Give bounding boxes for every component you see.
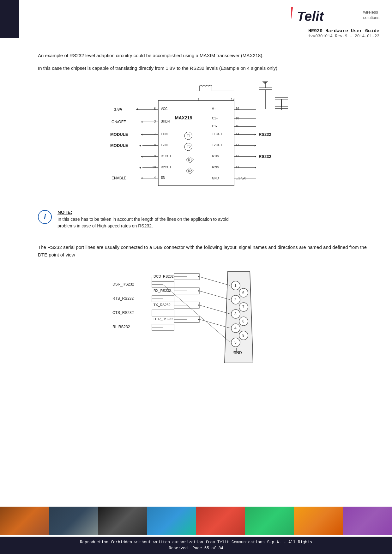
svg-rect-0 [291, 7, 293, 23]
footer-image-8 [343, 507, 392, 535]
svg-text:14: 14 [236, 132, 239, 136]
logo-area: Telit wireless solutions HE920 Hardware … [291, 6, 379, 39]
svg-text:1.8V: 1.8V [114, 107, 123, 111]
svg-text:T2: T2 [187, 145, 191, 149]
svg-marker-66 [141, 121, 142, 123]
svg-marker-59 [255, 167, 256, 169]
svg-text:DCD_RS232: DCD_RS232 [154, 274, 174, 278]
svg-text:1: 1 [234, 283, 237, 288]
header-left-bar [0, 0, 19, 38]
svg-text:V+: V+ [212, 107, 216, 111]
svg-text:7: 7 [154, 132, 156, 136]
svg-text:ON/OFF: ON/OFF [112, 120, 126, 124]
svg-text:RTS_RS232: RTS_RS232 [112, 296, 134, 301]
svg-text:R1: R1 [188, 158, 192, 162]
logo-tagline: wireless solutions [363, 10, 379, 21]
svg-text:C1-: C1- [212, 124, 217, 128]
svg-text:MODULE: MODULE [110, 143, 128, 148]
svg-text:DSR_RS232: DSR_RS232 [112, 282, 134, 286]
note-box: i NOTE: In this case has to be taken in … [38, 205, 367, 234]
logo-svg: Telit [291, 6, 361, 25]
footer-image-4 [147, 507, 196, 535]
svg-marker-60 [136, 108, 138, 110]
footer-text: Reproduction forbidden without written a… [80, 539, 312, 551]
svg-marker-64 [139, 167, 141, 169]
paragraph-2: In this case the chipset is capable of t… [38, 64, 367, 72]
footer-text-line1: Reproduction forbidden without written a… [80, 539, 312, 545]
svg-marker-56 [255, 134, 256, 135]
svg-text:3: 3 [154, 120, 156, 123]
note-icon: i [38, 210, 52, 224]
svg-text:R1IN: R1IN [212, 154, 219, 158]
svg-marker-58 [255, 156, 256, 158]
svg-text:T1IN: T1IN [161, 132, 168, 136]
svg-text:Telit: Telit [297, 9, 324, 24]
note-text-line1: In this case has to be taken in account … [57, 216, 229, 223]
svg-text:MAX218: MAX218 [175, 115, 192, 120]
svg-text:7: 7 [242, 305, 244, 309]
svg-text:RI_RS232: RI_RS232 [112, 325, 130, 329]
svg-text:13: 13 [236, 143, 239, 147]
svg-text:T2OUT: T2OUT [212, 143, 222, 147]
svg-text:RS232: RS232 [259, 154, 271, 159]
paragraph-1: An example of RS232 level adaption circu… [38, 52, 367, 59]
svg-text:TX_RS232: TX_RS232 [154, 303, 171, 307]
svg-text:T1OUT: T1OUT [212, 132, 222, 136]
telit-logo: Telit wireless solutions [291, 6, 379, 25]
svg-text:16: 16 [236, 124, 239, 128]
footer-image-5 [196, 507, 245, 535]
info-icon: i [44, 213, 46, 221]
footer-image-2 [49, 507, 98, 535]
svg-text:4: 4 [154, 176, 156, 179]
svg-text:10: 10 [152, 166, 156, 169]
footer-image-1 [0, 507, 49, 535]
svg-marker-57 [255, 145, 256, 147]
svg-text:RS232: RS232 [259, 132, 271, 137]
svg-rect-2 [158, 100, 234, 186]
svg-marker-62 [139, 145, 141, 147]
svg-text:R2OUT: R2OUT [161, 166, 172, 169]
footer-text-bar: Reproduction forbidden without written a… [0, 537, 392, 554]
circuit-svg: MAX218 VCC SHDN T1IN T2IN R1OUT R2OUT EN… [105, 81, 300, 195]
svg-text:GND: GND [212, 177, 219, 180]
footer-images [0, 507, 392, 535]
svg-text:6: 6 [242, 291, 244, 295]
svg-text:4: 4 [234, 326, 237, 330]
svg-text:11: 11 [236, 166, 239, 169]
doc-subtitle: 1vv0301014 Rev.9 - 2014-01-23 [308, 34, 379, 39]
svg-text:9: 9 [154, 154, 156, 158]
note-content: NOTE: In this case has to be taken in ac… [57, 209, 229, 229]
tagline-line2: solutions [363, 15, 379, 21]
svg-text:DTR_RS232: DTR_RS232 [154, 317, 173, 321]
svg-text:R2: R2 [188, 169, 192, 173]
svg-text:VCC: VCC [161, 107, 167, 111]
footer-image-6 [245, 507, 294, 535]
svg-text:T2IN: T2IN [161, 143, 168, 147]
svg-line-141 [199, 305, 230, 314]
svg-text:R2IN: R2IN [212, 166, 219, 169]
svg-text:MODULE: MODULE [110, 132, 128, 137]
footer-image-3 [98, 507, 147, 535]
svg-text:19: 19 [236, 107, 239, 111]
main-content: An example of RS232 level adaption circu… [0, 42, 392, 382]
svg-text:SHDN: SHDN [161, 120, 170, 123]
page-header: Telit wireless solutions HE920 Hardware … [0, 0, 392, 42]
svg-text:CTS_RS232: CTS_RS232 [112, 310, 134, 315]
svg-marker-61 [141, 134, 142, 135]
max218-circuit-diagram: MAX218 VCC SHDN T1IN T2IN R1OUT R2OUT EN… [38, 81, 367, 195]
svg-text:18: 18 [236, 117, 239, 120]
svg-line-139 [199, 277, 230, 286]
svg-text:3: 3 [234, 312, 237, 316]
svg-text:8: 8 [242, 319, 244, 323]
svg-text:5: 5 [234, 340, 237, 345]
svg-text:1: 1 [198, 98, 200, 101]
svg-text:R1OUT: R1OUT [161, 154, 172, 158]
svg-text:ENABLE: ENABLE [112, 176, 126, 180]
svg-text:12: 12 [236, 154, 239, 158]
svg-text:T1: T1 [187, 134, 191, 138]
svg-marker-63 [141, 156, 142, 158]
note-text-line2: problems in case of High-speed rates on … [57, 223, 229, 229]
tagline-line1: wireless [363, 10, 379, 15]
svg-text:2: 2 [234, 298, 237, 302]
svg-marker-65 [141, 177, 142, 179]
